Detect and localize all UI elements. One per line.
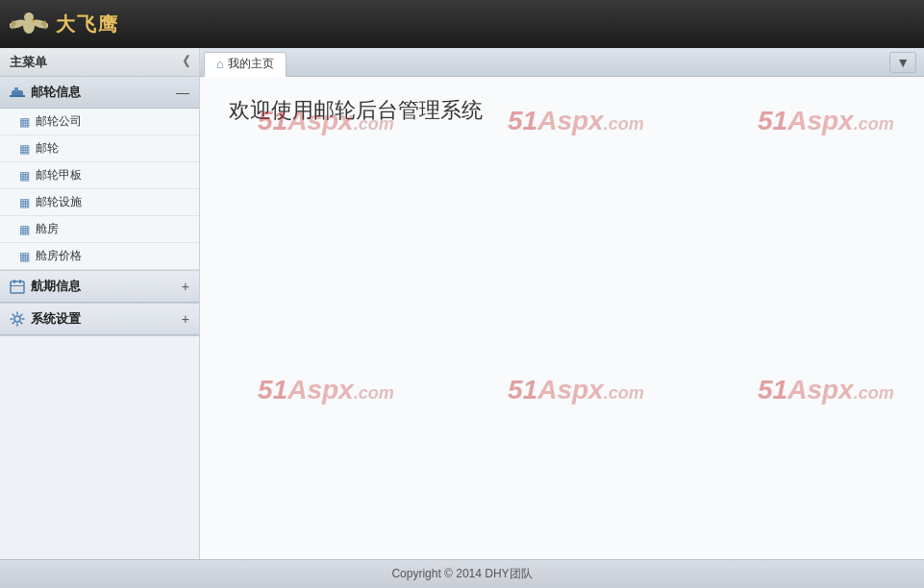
sidebar: 主菜单 《 邮轮信息 — ▦ 邮轮公司	[0, 48, 200, 559]
menu-group-voyage-info-header[interactable]: 航期信息 +	[0, 271, 199, 303]
welcome-title: 欢迎使用邮轮后台管理系统	[229, 96, 895, 125]
watermark-4: 51Aspx.com	[258, 375, 394, 405]
menu-item-label: 邮轮设施	[36, 194, 82, 210]
menu-group-voyage-info-label: 航期信息	[31, 278, 81, 295]
menu-group-mail-info-toggle[interactable]: —	[176, 85, 189, 100]
menu-group-mail-info-label: 邮轮信息	[31, 84, 81, 101]
sidebar-header: 主菜单 《	[0, 48, 199, 77]
sidebar-title: 主菜单	[10, 54, 47, 71]
svg-rect-6	[14, 87, 18, 91]
menu-group-mail-info-left: 邮轮信息	[10, 84, 81, 101]
svg-point-12	[14, 316, 20, 322]
main-layout: 主菜单 《 邮轮信息 — ▦ 邮轮公司	[0, 48, 924, 559]
menu-item-label: 邮轮	[36, 140, 59, 157]
menu-item-label: 舱房	[36, 221, 59, 237]
tab-home[interactable]: ⌂ 我的主页	[204, 52, 287, 77]
svg-rect-11	[11, 285, 24, 286]
home-icon: ⌂	[216, 57, 224, 71]
menu-item-label: 舱房价格	[36, 248, 82, 264]
sidebar-collapse-button[interactable]: 《	[176, 54, 189, 71]
header: 大飞鹰	[0, 0, 924, 48]
menu-items-mail-info: ▦ 邮轮公司 ▦ 邮轮 ▦ 邮轮甲板 ▦ 邮轮设施 ▦ 舱房	[0, 109, 199, 270]
table-icon-1: ▦	[19, 142, 30, 156]
tab-home-label: 我的主页	[228, 56, 274, 72]
logo-text: 大飞鹰	[56, 12, 119, 37]
table-icon-0: ▦	[19, 115, 30, 129]
tab-dropdown-button[interactable]: ▼	[889, 52, 916, 73]
watermark-5: 51Aspx.com	[508, 375, 644, 405]
calendar-icon	[10, 279, 25, 294]
svg-rect-7	[10, 95, 25, 97]
watermark-6: 51Aspx.com	[758, 375, 894, 405]
footer: Copyright © 2014 DHY团队	[0, 559, 924, 588]
menu-group-system-settings-label: 系统设置	[31, 310, 81, 328]
menu-group-voyage-info: 航期信息 +	[0, 271, 199, 304]
table-icon-5: ▦	[19, 250, 30, 263]
menu-item-label: 邮轮公司	[36, 113, 82, 130]
menu-item-label: 邮轮甲板	[36, 167, 82, 184]
gear-icon	[10, 311, 25, 327]
menu-group-voyage-info-toggle[interactable]: +	[182, 279, 189, 294]
svg-rect-10	[19, 280, 21, 283]
eagle-logo-icon	[10, 7, 48, 41]
menu-item-cruise-deck[interactable]: ▦ 邮轮甲板	[0, 162, 199, 189]
ship-icon	[10, 85, 25, 100]
menu-item-cabin[interactable]: ▦ 舱房	[0, 216, 199, 243]
tabs-bar: ⌂ 我的主页 ▼	[200, 48, 924, 77]
menu-group-system-settings-header[interactable]: 系统设置 +	[0, 304, 199, 335]
menu-group-mail-info: 邮轮信息 — ▦ 邮轮公司 ▦ 邮轮 ▦ 邮轮甲板 ▦	[0, 77, 199, 271]
menu-item-cabin-price[interactable]: ▦ 舱房价格	[0, 243, 199, 270]
svg-rect-9	[13, 280, 15, 283]
table-icon-2: ▦	[19, 169, 30, 183]
table-icon-4: ▦	[19, 223, 30, 236]
menu-group-voyage-info-left: 航期信息	[10, 278, 81, 295]
footer-copyright: Copyright © 2014 DHY团队	[391, 566, 532, 582]
menu-group-system-settings-toggle[interactable]: +	[182, 311, 189, 327]
logo-area: 大飞鹰	[10, 7, 119, 41]
table-icon-3: ▦	[19, 196, 30, 209]
menu-item-cruise[interactable]: ▦ 邮轮	[0, 135, 199, 162]
svg-rect-8	[11, 282, 24, 293]
content-area: ⌂ 我的主页 ▼ 欢迎使用邮轮后台管理系统 51Aspx.com 51Aspx.…	[200, 48, 924, 559]
menu-group-system-settings-left: 系统设置	[10, 310, 81, 328]
menu-item-cruise-facility[interactable]: ▦ 邮轮设施	[0, 189, 199, 216]
welcome-area: 欢迎使用邮轮后台管理系统 51Aspx.com 51Aspx.com 51Asp…	[200, 77, 924, 559]
menu-group-system-settings: 系统设置 +	[0, 304, 199, 336]
menu-group-mail-info-header[interactable]: 邮轮信息 —	[0, 77, 199, 109]
menu-item-cruise-company[interactable]: ▦ 邮轮公司	[0, 109, 199, 135]
